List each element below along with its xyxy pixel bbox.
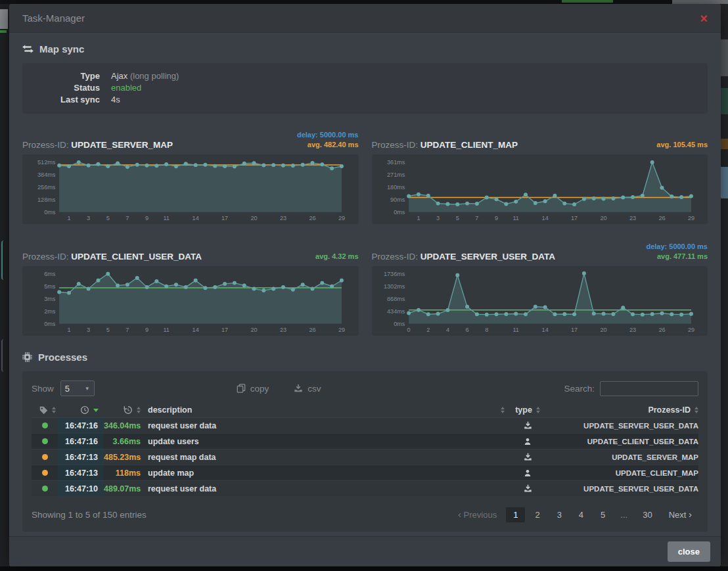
svg-text:90ms: 90ms — [390, 196, 405, 203]
svg-text:6ms: 6ms — [44, 271, 56, 277]
svg-text:11: 11 — [512, 327, 518, 333]
csv-button[interactable]: csv — [294, 384, 321, 394]
page-button[interactable]: 5 — [593, 507, 612, 522]
entries-summary: Showing 1 to 5 of 150 entries — [32, 510, 147, 520]
prozess-id-cell: UPDATE_SERVER_USER_DATA — [551, 485, 698, 493]
table-row[interactable]: 16:47:13 118ms update map UPDATE_CLIENT_… — [32, 465, 698, 480]
time-cell: 16:47:10 — [58, 481, 104, 496]
svg-text:384ms: 384ms — [37, 171, 56, 178]
background-left-strip — [0, 4, 9, 566]
info-value: Ajax (long polling) — [111, 70, 179, 82]
column-header-description[interactable]: description — [142, 405, 505, 415]
previous-page-button[interactable]: ‹ Previous — [451, 507, 503, 523]
processes-title: Processes — [38, 352, 87, 363]
svg-text:868ms: 868ms — [386, 296, 405, 302]
duration-cell: 346.04ms — [104, 421, 142, 430]
background-fragment — [1, 240, 7, 280]
svg-text:0ms: 0ms — [44, 321, 56, 327]
svg-text:0ms: 0ms — [44, 209, 56, 216]
page-size-select[interactable]: 5 ▼ — [60, 380, 95, 396]
sort-desc-icon — [93, 409, 99, 412]
download-icon — [524, 421, 532, 430]
modal-body: Map sync Type Ajax (long polling) Status… — [9, 33, 721, 536]
charts-grid: Prozess-ID: UPDATE_SERVER_MAP delay: 500… — [22, 128, 708, 336]
svg-text:11: 11 — [163, 215, 169, 221]
info-label: Last sync — [22, 94, 100, 106]
page-button[interactable]: 1 — [506, 507, 525, 522]
description-cell: request user data — [142, 484, 505, 493]
svg-text:9: 9 — [495, 215, 498, 221]
table-header-row: description type Prozess-ID — [32, 403, 698, 417]
page-size-value: 5 — [65, 384, 70, 394]
page-buttons: 12345...30 — [506, 507, 659, 522]
exchange-icon — [22, 45, 34, 53]
time-cell: 16:47:13 — [58, 449, 104, 465]
svg-text:14: 14 — [541, 327, 548, 333]
modal-title: Task-Manager — [22, 12, 85, 24]
status-cell — [32, 470, 58, 476]
column-header-type[interactable]: type — [505, 405, 551, 415]
page-button[interactable]: 4 — [572, 507, 591, 522]
svg-text:1302ms: 1302ms — [383, 283, 405, 290]
svg-text:7: 7 — [475, 215, 478, 221]
svg-text:23: 23 — [280, 327, 286, 333]
history-icon — [124, 405, 133, 415]
svg-text:26: 26 — [658, 327, 665, 333]
table-row[interactable]: 16:47:16 346.04ms request user data UPDA… — [32, 417, 698, 433]
chart-title: Prozess-ID: UPDATE_CLIENT_USER_DATA — [22, 252, 202, 262]
table-row[interactable]: 16:47:13 485.23ms request map data UPDAT… — [32, 449, 698, 465]
description-cell: request map data — [142, 453, 505, 462]
page-button[interactable]: 2 — [528, 507, 547, 522]
column-header-status[interactable] — [32, 406, 58, 415]
type-cell — [505, 469, 551, 477]
chevron-left-icon: ‹ — [458, 509, 461, 520]
next-page-button[interactable]: Next › — [662, 507, 698, 523]
show-label: Show — [32, 384, 54, 394]
svg-text:29: 29 — [687, 215, 694, 221]
svg-text:0: 0 — [407, 327, 410, 333]
page-button[interactable]: 3 — [550, 507, 569, 522]
avg-label: avg. 482.40 ms — [307, 140, 359, 150]
table-row[interactable]: 16:47:10 489.07ms request user data UPDA… — [32, 480, 698, 496]
svg-text:361ms: 361ms — [386, 159, 405, 166]
column-header-prozess-id[interactable]: Prozess-ID — [551, 405, 698, 415]
chart-stats: delay: 5000.00 ms avg. 477.11 ms — [646, 242, 708, 262]
svg-text:17: 17 — [571, 215, 578, 221]
clock-icon — [80, 405, 89, 415]
sort-icon — [137, 407, 141, 413]
background-fragment — [721, 88, 728, 114]
table-row[interactable]: 16:47:16 3.66ms update users UPDATE_CLIE… — [32, 433, 698, 449]
svg-text:8: 8 — [485, 327, 488, 333]
status-cell — [32, 423, 58, 428]
svg-text:4: 4 — [445, 327, 449, 333]
type-cell — [505, 484, 551, 493]
chart-card: Prozess-ID: UPDATE_CLIENT_MAP avg. 105.4… — [372, 128, 708, 224]
delay-label: delay: 5000.00 ms — [646, 242, 708, 252]
svg-text:1: 1 — [67, 327, 70, 333]
background-fragment — [0, 30, 7, 33]
duration-cell: 489.07ms — [104, 484, 142, 493]
svg-text:2ms: 2ms — [44, 308, 56, 315]
column-header-duration[interactable] — [104, 405, 142, 415]
close-button[interactable]: close — [668, 541, 710, 562]
search-input[interactable] — [600, 381, 698, 396]
svg-text:3: 3 — [436, 215, 440, 221]
column-header-time[interactable] — [58, 405, 104, 415]
background-fragment — [721, 39, 728, 76]
close-icon[interactable]: × — [700, 12, 708, 25]
svg-text:11: 11 — [512, 215, 518, 221]
status-cell — [32, 438, 58, 444]
sort-icon — [52, 407, 56, 413]
chart-panel: 0ms434ms868ms1302ms1736ms024681114172023… — [372, 266, 708, 336]
copy-button[interactable]: copy — [237, 384, 269, 394]
svg-text:20: 20 — [600, 215, 606, 221]
page-ellipsis: ... — [615, 507, 633, 522]
map-sync-title: Map sync — [39, 43, 84, 55]
svg-text:1: 1 — [67, 215, 70, 221]
info-row-last-sync: Last sync 4s — [22, 94, 708, 106]
info-note: (long polling) — [130, 71, 179, 81]
chart-panel: 0ms90ms180ms271ms361ms135791114172023262… — [372, 154, 708, 224]
timing-chart: 0ms128ms256ms384ms512ms13579111417202326… — [24, 157, 355, 223]
page-button[interactable]: 30 — [635, 507, 659, 522]
map-sync-heading: Map sync — [22, 43, 708, 55]
